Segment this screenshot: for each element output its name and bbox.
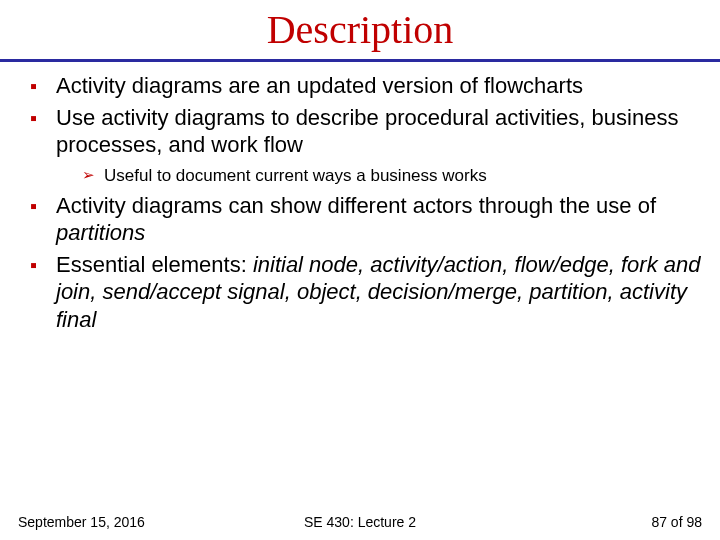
bullet-text: Use activity diagrams to describe proced… — [56, 105, 678, 158]
bullet-item: Activity diagrams can show different act… — [30, 192, 702, 247]
slide-title: Description — [0, 0, 720, 59]
sub-bullet-item: Useful to document current ways a busine… — [82, 165, 702, 186]
footer-course: SE 430: Lecture 2 — [0, 514, 720, 530]
sub-bullet-text: Useful to document current ways a busine… — [104, 166, 487, 185]
bullet-item: Use activity diagrams to describe proced… — [30, 104, 702, 186]
bullet-list: Activity diagrams are an updated version… — [30, 72, 702, 333]
bullet-italic: partitions — [56, 220, 145, 245]
slide: Description Activity diagrams are an upd… — [0, 0, 720, 540]
sub-bullet-list: Useful to document current ways a busine… — [82, 165, 702, 186]
slide-body: Activity diagrams are an updated version… — [0, 62, 720, 333]
bullet-text: Essential elements: — [56, 252, 253, 277]
bullet-text: Activity diagrams can show different act… — [56, 193, 656, 218]
footer-page: 87 of 98 — [651, 514, 702, 530]
bullet-item: Activity diagrams are an updated version… — [30, 72, 702, 100]
bullet-item: Essential elements: initial node, activi… — [30, 251, 702, 334]
bullet-text: Activity diagrams are an updated version… — [56, 73, 583, 98]
